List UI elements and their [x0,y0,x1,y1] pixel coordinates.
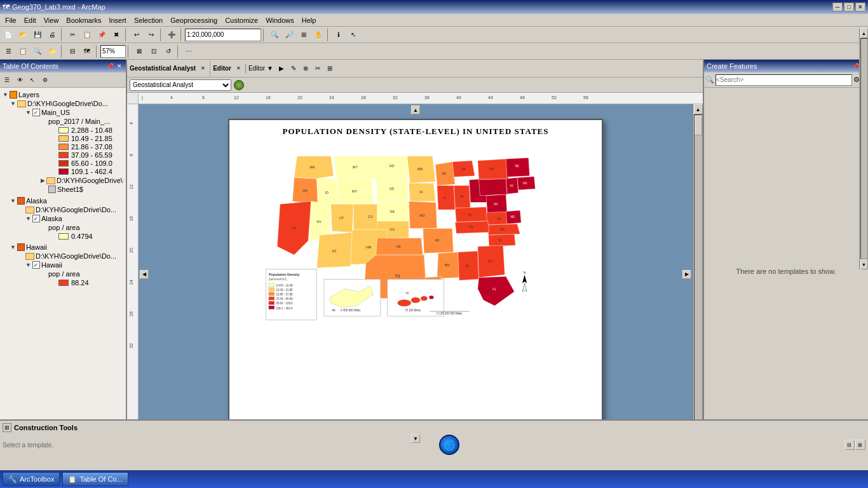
layers-button[interactable]: ☰ [1,44,15,58]
menu-edit[interactable]: Edit [20,15,40,25]
menu-file[interactable]: File [1,15,20,25]
maximize-button[interactable]: □ [844,3,854,11]
toc-list-button[interactable]: ☰ [1,74,13,86]
rvscroll-up[interactable]: ▲ [860,28,868,38]
alaska-layer[interactable]: ▼ ✓ Alaska [25,214,123,223]
menu-view[interactable]: View [40,15,63,25]
layers-root[interactable]: ▼ Layers [3,90,123,99]
catalog-button[interactable]: 📁 [45,44,59,58]
ct-mode-btns: ⊟ ⊞ [844,440,865,450]
menu-insert[interactable]: Insert [105,15,130,25]
hawaii-layer[interactable]: ▼ ✓ Hawaii [25,261,123,269]
save-button[interactable]: 💾 [31,28,44,42]
main-us-expand: ▼ [25,109,31,116]
identify-button[interactable]: ℹ [332,28,346,42]
add-data-button[interactable]: ➕ [165,28,179,42]
toc-button[interactable]: 📋 [16,44,30,58]
right-vscroll[interactable]: ▲ ▼ [859,28,868,269]
data-view-button[interactable]: 🗺 [80,44,94,58]
zoom-level-input[interactable] [100,45,126,58]
layer-hawaii-group[interactable]: ▼ Hawaii [10,243,123,252]
editor-close-btn[interactable]: ✕ [234,64,243,73]
select-button[interactable]: ↖ [346,28,360,42]
layer-sheet1[interactable]: ▶ D:\KYH\GoogleDrive\Do... [41,176,123,185]
vscroll-thumb[interactable] [695,116,702,135]
rvscroll-down[interactable]: ▼ [860,259,868,269]
edit-tool-4[interactable]: ✂ [312,63,323,74]
toc-pin-button[interactable]: 📌 [105,63,115,69]
zoom-100-button[interactable]: ⊡ [147,44,161,58]
open-button[interactable]: 📂 [16,28,30,42]
sheet1-item[interactable]: Sheet1$ [48,185,123,194]
right-panel-pin[interactable]: 📌 [852,63,859,69]
menu-help[interactable]: Help [298,15,320,25]
no-templates-msg: There are no templates to show. [736,268,836,275]
more-tools[interactable]: ⋯ [182,44,196,58]
close-button[interactable]: ✕ [855,3,865,11]
svg-text:Population Density: Population Density [269,273,299,276]
delete-button[interactable]: ✖ [109,28,123,42]
cut-button[interactable]: ✂ [65,28,79,42]
svg-text:NY: NY [489,166,494,170]
svg-text:4: 4 [129,122,133,125]
paste-button[interactable]: 📌 [95,28,109,42]
layer-main-us[interactable]: ▼ ✓ Main_US [25,108,123,117]
edit-tool-1[interactable]: ▶ [276,63,287,74]
ct-btn1[interactable]: ⊟ [844,440,855,450]
alaska-checkbox[interactable]: ✓ [32,215,40,222]
pan-button[interactable]: ✋ [311,28,325,42]
undo-button[interactable]: ↩ [130,28,144,42]
map-canvas[interactable]: ◀ ▶ ▲ ▼ Population Density (State-Level)… [139,104,693,444]
toc-toggle-button[interactable]: 👁 [14,74,25,86]
scroll-bottom-arrow[interactable]: ▼ [411,434,420,443]
scroll-down-arrow[interactable]: ▶ [682,270,691,279]
main-us-checkbox[interactable]: ✓ [32,109,40,116]
scroll-up-arrow[interactable]: ◀ [140,270,149,279]
scroll-top-arrow[interactable]: ▲ [411,105,420,114]
toc-options-button[interactable]: ⚙ [39,74,51,86]
svg-text:44: 44 [488,95,493,100]
print-button[interactable]: 🖨 [45,28,59,42]
rvscroll-track[interactable] [860,38,868,259]
edit-tool-2[interactable]: ✎ [288,63,299,74]
vscroll-track[interactable] [694,114,703,434]
taskbar-tableOfContents[interactable]: 📋 Table Of Co... [62,472,128,486]
hawaii-checkbox[interactable]: ✓ [32,261,40,269]
ct-btn2[interactable]: ⊞ [855,440,865,450]
menu-geoprocessing[interactable]: Geoprocessing [166,15,221,25]
layer-main-us-group[interactable]: ▼ D:\KYH\GoogleDrive\Do... [10,99,123,108]
layer-alaska-group[interactable]: ▼ Alaska [10,196,123,205]
alaska-folder [25,207,34,214]
right-panel: Create Features 📌 ✕ 🔍 ⚙ ↺ There are no t… [703,60,868,454]
scale-input[interactable] [185,29,261,41]
layout-button[interactable]: ⊟ [65,44,79,58]
toc-close-button[interactable]: ✕ [116,63,123,69]
menu-selection[interactable]: Selection [130,15,166,25]
search-button[interactable]: 🔍 [31,44,44,58]
edit-tool-3[interactable]: ⊕ [300,63,311,74]
zoom-page-button[interactable]: ⊠ [132,44,146,58]
editor-dropdown[interactable]: Editor ▼ [248,65,273,72]
redo-button[interactable]: ↪ [144,28,158,42]
map-vscroll[interactable]: ▲ ▼ [693,104,703,444]
menu-customize[interactable]: Customize [221,15,262,25]
geo-dropdown[interactable]: Geostatistical Analyst [130,79,231,91]
edit-tool-5[interactable]: ⊞ [324,63,336,74]
vscroll-up[interactable]: ▲ [694,104,703,114]
zoom-in-button[interactable]: 🔍 [268,28,281,42]
cf-search-input[interactable] [715,74,852,86]
toc-select-button[interactable]: ↖ [27,74,38,86]
geo-close-btn[interactable]: ✕ [198,64,207,73]
copy-button[interactable]: 📋 [80,28,94,42]
svg-text:56: 56 [583,95,588,100]
minimize-button[interactable]: ─ [832,3,843,11]
menu-bookmarks[interactable]: Bookmarks [62,15,105,25]
menu-windows[interactable]: Windows [262,15,298,25]
zoom-out-button[interactable]: 🔎 [282,28,296,42]
sep2 [125,29,128,41]
taskbar-arcToolbox[interactable]: 🔧 ArcToolbox [3,472,60,486]
new-button[interactable]: 📄 [1,28,15,42]
zoom-extent-button[interactable]: ⊞ [297,28,311,42]
refresh-button[interactable]: ↺ [161,44,175,58]
sep4 [180,29,183,41]
